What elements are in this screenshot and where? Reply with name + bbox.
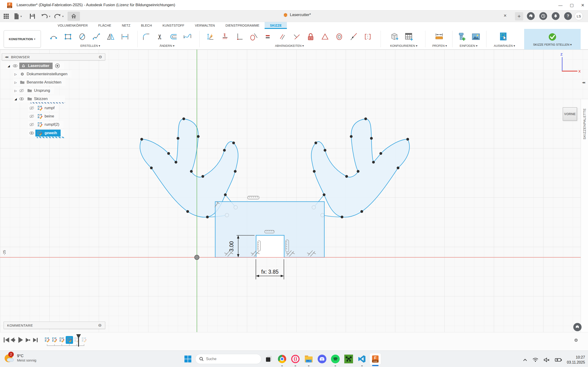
constraint-tangent-icon[interactable] <box>248 31 259 42</box>
select-tool-icon[interactable] <box>498 31 509 42</box>
panel-options-icon[interactable]: ⊖ <box>99 54 102 59</box>
save-button[interactable] <box>29 11 35 21</box>
constraint-horizontal-vertical-icon[interactable] <box>234 31 245 42</box>
extensions-icon[interactable] <box>527 12 535 20</box>
undo-button[interactable]: ▼ <box>41 11 51 21</box>
app-grid-icon[interactable] <box>3 11 9 21</box>
job-status-icon[interactable] <box>539 12 547 20</box>
clock-widget[interactable]: 10:27 03.11.2025 <box>567 355 585 365</box>
constraint-curvature-icon[interactable] <box>362 31 373 42</box>
tree-row-dokumenteinstellungen[interactable]: ▷ Dokumenteinstellungen <box>13 71 72 77</box>
constraint-dimension-icon[interactable] <box>206 31 216 42</box>
edit-spline-icon[interactable] <box>182 31 193 42</box>
battery-charging-icon[interactable] <box>555 358 562 362</box>
tree-row-rumpf2[interactable]: rumpf(2) <box>28 121 63 128</box>
sketch-dimension-icon[interactable] <box>120 31 130 42</box>
new-tab-button[interactable]: + <box>515 12 523 20</box>
tray-chevron-icon[interactable] <box>523 358 527 361</box>
comments-panel-header[interactable]: KOMMENTARE ⊖ <box>4 322 105 329</box>
playback-controls[interactable] <box>4 337 38 343</box>
auswaehlen-group-label[interactable]: AUSWÄHLEN ▾ <box>494 44 515 48</box>
collapse-panel-icon[interactable]: ◀◀ <box>5 56 8 58</box>
search-input[interactable] <box>206 357 252 361</box>
constraint-parallel-icon[interactable] <box>277 31 288 42</box>
assistant-icon[interactable] <box>573 323 582 331</box>
collapsed-triangle-icon[interactable]: ▷ <box>13 73 18 76</box>
offset-tool-icon[interactable] <box>168 31 179 42</box>
activate-radio-icon[interactable] <box>55 63 60 68</box>
home-view-button[interactable] <box>68 12 80 21</box>
volume-muted-icon[interactable] <box>544 357 550 362</box>
expand-triangle-icon[interactable]: ◢ <box>13 97 18 101</box>
tab-flaeche[interactable]: FLÄCHE <box>93 22 116 29</box>
tree-row-root[interactable]: ◢ Lasercutter <box>6 62 64 69</box>
tree-row-rumpf[interactable]: rumpf <box>28 105 59 111</box>
model-canvas[interactable]: 3.00 fx: 3.85 -25 ◀◀ BROWSER ⊖ ◢ Lasercu… <box>0 50 588 332</box>
circle-tool-icon[interactable] <box>77 31 88 42</box>
visibility-off-icon[interactable] <box>30 106 34 110</box>
notifications-bell-icon[interactable] <box>552 12 560 20</box>
abhaengigkeiten-group-label[interactable]: ABHÄNGIGKEITEN ▾ <box>275 44 304 48</box>
configure-table-icon[interactable] <box>403 31 414 42</box>
help-icon[interactable]: ? <box>564 12 572 20</box>
root-document-item[interactable]: Lasercutter <box>19 63 52 69</box>
taskbar-search[interactable] <box>195 354 261 364</box>
user-avatar[interactable]: LS <box>575 12 583 20</box>
timeline-settings-gear-icon[interactable] <box>573 337 579 344</box>
browser-header[interactable]: ◀◀ BROWSER ⊖ <box>2 53 105 60</box>
weather-widget[interactable]: 2 9°C Meist sonnig <box>4 352 36 363</box>
minimize-button[interactable]: — <box>555 0 566 10</box>
expand-palette-icon[interactable]: ◀◀ <box>582 81 585 84</box>
tab-volumenkoerper[interactable]: VOLUMENKÖRPER <box>52 22 93 29</box>
viewcube[interactable]: VORNE <box>563 107 577 121</box>
finish-sketch-button[interactable]: SKIZZE FERTIG STELLEN ▾ <box>524 29 581 50</box>
einfuegen-group-label[interactable]: EINFÜGEN ▾ <box>460 44 477 48</box>
start-button[interactable] <box>182 353 194 365</box>
rectangle-tool-icon[interactable] <box>62 31 73 42</box>
file-explorer-icon[interactable] <box>303 353 315 365</box>
skizzenpalette-tab[interactable]: SKIZZENPALETTE <box>582 108 586 140</box>
fillet-tool-icon[interactable] <box>141 31 152 42</box>
insert-image-icon[interactable] <box>470 31 481 42</box>
constraint-coincident-icon[interactable] <box>348 31 359 42</box>
document-tab[interactable]: Lasercutter* <box>283 12 311 17</box>
visibility-off-icon[interactable] <box>30 115 34 118</box>
constraint-equal-icon[interactable] <box>262 31 274 42</box>
close-button[interactable]: ✕ <box>578 0 588 10</box>
vscode-icon[interactable] <box>356 353 368 365</box>
fusion-taskbar-icon[interactable]: F FUS <box>369 353 381 365</box>
close-tab-icon[interactable]: ✕ <box>503 13 507 18</box>
insert-fastener-icon[interactable] <box>456 31 467 42</box>
chrome-icon[interactable] <box>276 353 288 365</box>
tab-kunststoff[interactable]: KUNSTSTOFF <box>157 22 190 29</box>
wifi-icon[interactable] <box>532 358 538 362</box>
konstruktion-dropdown[interactable]: KONSTRUKTION ▼ <box>4 30 41 48</box>
measure-tool-icon[interactable] <box>434 31 445 42</box>
discord-icon[interactable] <box>316 353 328 365</box>
configure-feature-icon[interactable] <box>389 31 400 42</box>
tree-row-ursprung[interactable]: ▷ Ursprung <box>13 87 54 94</box>
visibility-eye-icon[interactable] <box>19 98 24 100</box>
aendern-group-label[interactable]: ÄNDERN ▾ <box>159 44 174 48</box>
file-menu-button[interactable]: ▼ <box>14 11 22 21</box>
tab-verwalten[interactable]: VERWALTEN <box>190 22 220 29</box>
timeline-features[interactable] <box>45 336 86 344</box>
mirror-tool-icon[interactable] <box>105 31 116 42</box>
konfigurieren-group-label[interactable]: KONFIGURIEREN ▾ <box>390 44 417 48</box>
erstellen-group-label[interactable]: ERSTELLEN ▾ <box>80 44 100 48</box>
spotify-icon[interactable] <box>329 353 341 365</box>
visibility-eye-icon[interactable] <box>13 65 17 67</box>
panel-options-icon[interactable]: ⊖ <box>98 323 102 328</box>
tree-row-skizzen[interactable]: ◢ Skizzen <box>13 95 65 102</box>
tree-row-beine[interactable]: beine <box>28 113 58 120</box>
arc-tool-icon[interactable] <box>48 31 59 42</box>
tree-row-geweih-selected[interactable]: geweih <box>35 130 61 136</box>
spline-tool-icon[interactable] <box>91 31 102 42</box>
collapsed-triangle-icon[interactable]: ▷ <box>13 89 18 92</box>
pruefen-group-label[interactable]: PRÜFEN ▾ <box>432 44 447 48</box>
constraint-concentric-icon[interactable] <box>334 31 345 42</box>
redo-button[interactable]: ▼ <box>54 11 64 21</box>
expand-triangle-icon[interactable]: ◢ <box>6 64 11 68</box>
constraint-lock-icon[interactable] <box>305 31 316 42</box>
tab-blech[interactable]: BLECH <box>136 22 157 29</box>
